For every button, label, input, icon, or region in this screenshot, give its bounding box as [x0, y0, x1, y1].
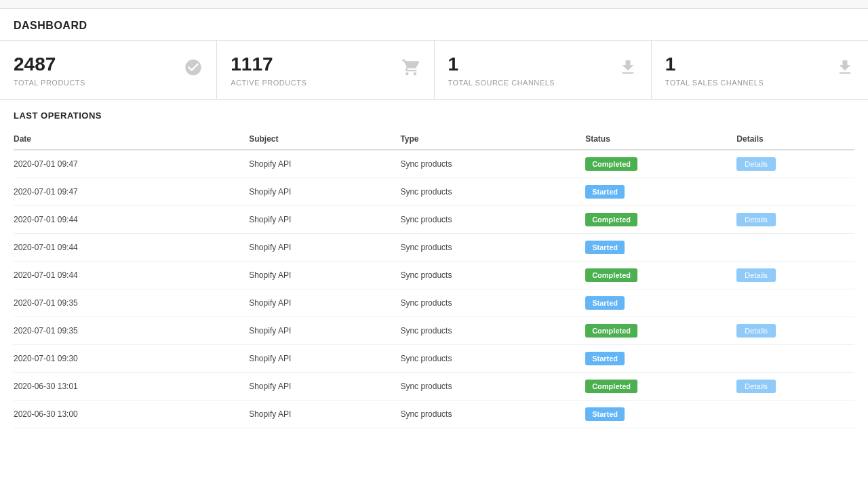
status-badge: Started — [585, 185, 625, 199]
cell-details[interactable]: Details — [736, 150, 854, 178]
last-operations-title: LAST OPERATIONS — [14, 110, 854, 121]
cell-details — [736, 178, 854, 205]
total-products-number: 2487 — [14, 53, 203, 76]
cell-type: Sync products — [400, 400, 585, 428]
status-badge: Started — [585, 352, 625, 365]
stat-active-products: 1117 ACTIVE PRODUCTS — [217, 41, 434, 99]
status-badge: Completed — [585, 213, 637, 226]
cell-type: Sync products — [400, 289, 585, 317]
table-row: 2020-07-01 09:44 Shopify API Sync produc… — [14, 233, 854, 261]
cell-subject: Shopify API — [249, 150, 400, 178]
cell-type: Sync products — [400, 317, 585, 344]
stat-total-products: 2487 TOTAL PRODUCTS — [0, 41, 217, 99]
operations-table: Date Subject Type Status Details 2020-07… — [14, 129, 854, 428]
cell-subject: Shopify API — [249, 317, 400, 344]
cell-type: Sync products — [400, 233, 585, 261]
stat-total-sales-channels: 1 TOTAL SALES CHANNELS — [652, 41, 868, 99]
cell-date: 2020-07-01 09:35 — [14, 289, 249, 317]
download-icon — [618, 58, 637, 81]
cell-type: Sync products — [400, 178, 585, 205]
cell-details[interactable]: Details — [736, 205, 854, 233]
cell-date: 2020-07-01 09:44 — [14, 205, 249, 233]
cell-status: Started — [585, 344, 736, 372]
total-sales-number: 1 — [665, 53, 854, 76]
table-header: Date Subject Type Status Details — [14, 129, 854, 150]
cell-status: Completed — [585, 150, 736, 178]
active-products-label: ACTIVE PRODUCTS — [231, 79, 420, 87]
cell-type: Sync products — [400, 261, 585, 289]
cell-details[interactable]: Details — [736, 317, 854, 344]
cell-details — [736, 344, 854, 372]
status-badge: Completed — [585, 380, 637, 393]
cell-details — [736, 233, 854, 261]
table-row: 2020-07-01 09:47 Shopify API Sync produc… — [14, 150, 854, 178]
cell-date: 2020-06-30 13:01 — [14, 372, 249, 400]
page-title: DASHBOARD — [14, 20, 854, 32]
table-row: 2020-07-01 09:35 Shopify API Sync produc… — [14, 317, 854, 344]
details-button[interactable]: Details — [736, 324, 776, 338]
status-badge: Started — [585, 407, 625, 421]
table-row: 2020-07-01 09:44 Shopify API Sync produc… — [14, 261, 854, 289]
total-products-label: TOTAL PRODUCTS — [14, 79, 203, 87]
cell-date: 2020-06-30 13:00 — [14, 400, 249, 428]
col-header-type: Type — [400, 129, 585, 150]
cell-subject: Shopify API — [249, 400, 400, 428]
status-badge: Completed — [585, 157, 637, 171]
header: DASHBOARD — [0, 9, 868, 41]
col-header-details: Details — [736, 129, 854, 150]
details-button[interactable]: Details — [736, 268, 776, 282]
col-header-subject: Subject — [249, 129, 400, 150]
table-body: 2020-07-01 09:47 Shopify API Sync produc… — [14, 150, 854, 428]
table-row: 2020-07-01 09:44 Shopify API Sync produc… — [14, 205, 854, 233]
cell-date: 2020-07-01 09:47 — [14, 150, 249, 178]
cell-subject: Shopify API — [249, 233, 400, 261]
total-source-label: TOTAL SOURCE CHANNELS — [448, 79, 637, 87]
stats-row: 2487 TOTAL PRODUCTS 1117 ACTIVE PRODUCTS… — [0, 41, 868, 100]
cell-subject: Shopify API — [249, 261, 400, 289]
cell-subject: Shopify API — [249, 372, 400, 400]
status-badge: Started — [585, 241, 625, 254]
status-badge: Started — [585, 296, 625, 310]
sales-icon — [835, 58, 854, 81]
status-badge: Completed — [585, 324, 637, 338]
total-source-number: 1 — [448, 53, 637, 76]
table-row: 2020-07-01 09:35 Shopify API Sync produc… — [14, 289, 854, 317]
table-row: 2020-06-30 13:00 Shopify API Sync produc… — [14, 400, 854, 428]
table-row: 2020-06-30 13:01 Shopify API Sync produc… — [14, 372, 854, 400]
cell-status: Completed — [585, 205, 736, 233]
page-wrapper: DASHBOARD 2487 TOTAL PRODUCTS 1117 ACTIV… — [0, 0, 868, 488]
cell-status: Started — [585, 233, 736, 261]
details-button[interactable]: Details — [736, 157, 776, 171]
cell-type: Sync products — [400, 372, 585, 400]
active-products-number: 1117 — [231, 53, 420, 76]
cell-subject: Shopify API — [249, 205, 400, 233]
table-row: 2020-07-01 09:47 Shopify API Sync produc… — [14, 178, 854, 205]
cell-date: 2020-07-01 09:47 — [14, 178, 249, 205]
stat-total-source-channels: 1 TOTAL SOURCE CHANNELS — [435, 41, 652, 99]
details-button[interactable]: Details — [736, 380, 776, 393]
cell-date: 2020-07-01 09:30 — [14, 344, 249, 372]
table-row: 2020-07-01 09:30 Shopify API Sync produc… — [14, 344, 854, 372]
cell-date: 2020-07-01 09:44 — [14, 261, 249, 289]
cell-type: Sync products — [400, 344, 585, 372]
col-header-date: Date — [14, 129, 249, 150]
last-operations-section: LAST OPERATIONS Date Subject Type Status… — [0, 100, 868, 434]
cell-status: Completed — [585, 261, 736, 289]
cell-status: Started — [585, 289, 736, 317]
cell-status: Started — [585, 400, 736, 428]
cell-status: Completed — [585, 317, 736, 344]
cell-details — [736, 289, 854, 317]
cell-subject: Shopify API — [249, 289, 400, 317]
cell-details[interactable]: Details — [736, 261, 854, 289]
total-sales-label: TOTAL SALES CHANNELS — [665, 79, 854, 87]
cell-details[interactable]: Details — [736, 372, 854, 400]
check-circle-icon — [184, 58, 203, 81]
status-badge: Completed — [585, 268, 637, 282]
cart-icon — [401, 58, 420, 81]
cell-type: Sync products — [400, 205, 585, 233]
details-button[interactable]: Details — [736, 213, 776, 226]
cell-status: Completed — [585, 372, 736, 400]
cell-subject: Shopify API — [249, 178, 400, 205]
cell-details — [736, 400, 854, 428]
cell-subject: Shopify API — [249, 344, 400, 372]
